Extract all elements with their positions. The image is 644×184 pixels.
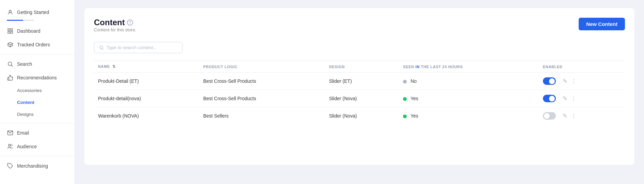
search-input[interactable] <box>107 45 177 50</box>
card-title-row: Content ? <box>94 18 136 27</box>
svg-point-6 <box>8 62 12 66</box>
table-header: NAME ⇅ PRODUCT LOGIC DESIGN SEEN IN THE … <box>94 61 625 73</box>
sidebar-item-dashboard[interactable]: Dashboard <box>0 24 75 38</box>
status-dot-gray <box>403 80 407 83</box>
row-actions: ✎ ⋮ <box>563 78 577 85</box>
row-actions: ✎ ⋮ <box>563 95 577 102</box>
sidebar-item-label: Getting Started <box>17 10 49 15</box>
sidebar-item-search[interactable]: Search <box>0 57 75 71</box>
search-icon <box>7 61 14 67</box>
circle-user-icon <box>7 9 14 16</box>
search-input-icon <box>99 45 104 50</box>
box-icon <box>7 41 14 48</box>
more-options-icon[interactable]: ⋮ <box>571 112 577 120</box>
sidebar-item-tracked-orders[interactable]: Tracked Orders <box>0 38 75 51</box>
row-enabled: ✎ ⋮ <box>539 107 625 125</box>
row-name: Warenkorb (NOVA) <box>94 107 199 125</box>
sidebar-divider-3 <box>0 156 75 156</box>
sidebar-item-recommendations[interactable]: Recommendations <box>0 71 75 85</box>
table-row: Warenkorb (NOVA) Best Sellers Slider (No… <box>94 107 625 125</box>
row-name: Produkt-detail(nova) <box>94 90 199 107</box>
sort-icon[interactable]: ⇅ <box>112 64 116 68</box>
info-icon[interactable]: ? <box>127 19 133 26</box>
svg-rect-3 <box>8 32 10 33</box>
search-bar <box>94 42 182 53</box>
sidebar-divider-2 <box>0 123 75 123</box>
row-seen: Yes <box>399 107 539 125</box>
col-seen: SEEN IN THE LAST 24 HOURS <box>399 61 539 73</box>
row-design: Slider (Nova) <box>325 107 399 125</box>
users-icon <box>7 143 14 150</box>
seen-highlight: IN <box>416 65 420 69</box>
svg-point-9 <box>9 144 11 146</box>
row-product-logic: Best Cross-Sell Products <box>199 73 325 90</box>
edit-icon[interactable]: ✎ <box>563 112 567 120</box>
row-actions: ✎ ⋮ <box>563 112 577 120</box>
row-seen: Yes <box>399 90 539 107</box>
edit-icon[interactable]: ✎ <box>563 95 567 102</box>
svg-rect-2 <box>11 29 13 30</box>
toggle-enabled-2[interactable] <box>543 112 556 120</box>
sidebar-item-audience[interactable]: Audience <box>0 140 75 153</box>
sidebar-item-label: Tracked Orders <box>17 42 50 47</box>
sidebar-item-designs[interactable]: Designs <box>0 108 75 120</box>
row-design: Slider (ET) <box>325 73 399 90</box>
toggle-enabled-1[interactable] <box>543 95 556 102</box>
more-options-icon[interactable]: ⋮ <box>571 95 577 102</box>
row-product-logic: Best Cross-Sell Products <box>199 90 325 107</box>
content-table: NAME ⇅ PRODUCT LOGIC DESIGN SEEN IN THE … <box>94 61 625 124</box>
main-content: Content ? Content for this store. New Co… <box>75 0 644 184</box>
col-design: DESIGN <box>325 61 399 73</box>
sidebar-item-label: Dashboard <box>17 28 41 34</box>
sidebar-subitem-label: Designs <box>17 112 34 117</box>
sidebar-item-label: Search <box>17 61 32 67</box>
table-body: Produkt-Detail (ET) Best Cross-Sell Prod… <box>94 73 625 125</box>
page-title: Content <box>94 18 125 27</box>
page-subtitle: Content for this store. <box>94 27 136 32</box>
sidebar-item-merchandising[interactable]: Merchandising <box>0 159 75 173</box>
sidebar-item-accessories[interactable]: Accessories <box>0 85 75 96</box>
table-row: Produkt-Detail (ET) Best Cross-Sell Prod… <box>94 73 625 90</box>
row-name: Produkt-Detail (ET) <box>94 73 199 90</box>
row-enabled: ✎ ⋮ <box>539 90 625 107</box>
mail-icon <box>7 129 14 136</box>
svg-point-0 <box>9 10 11 12</box>
status-dot-green <box>403 97 407 101</box>
sidebar-item-label: Audience <box>17 144 37 149</box>
thumbs-up-icon <box>7 74 14 81</box>
sidebar-item-label: Recommendations <box>17 75 57 80</box>
row-design: Slider (Nova) <box>325 90 399 107</box>
svg-point-10 <box>11 144 13 146</box>
content-card: Content ? Content for this store. New Co… <box>84 8 634 165</box>
svg-rect-1 <box>8 29 10 30</box>
tag-icon <box>7 163 14 169</box>
row-seen: No <box>399 73 539 90</box>
table-row: Produkt-detail(nova) Best Cross-Sell Pro… <box>94 90 625 107</box>
svg-point-12 <box>100 46 102 49</box>
card-header: Content ? Content for this store. New Co… <box>94 18 625 40</box>
sidebar-item-getting-started[interactable]: Getting Started <box>0 5 75 19</box>
sidebar-item-label: Merchandising <box>17 163 48 169</box>
sidebar-item-label: Email <box>17 130 29 136</box>
more-options-icon[interactable]: ⋮ <box>571 78 577 85</box>
edit-icon[interactable]: ✎ <box>563 78 567 85</box>
getting-started-progress <box>7 20 34 21</box>
col-enabled: ENABLED <box>539 61 625 73</box>
svg-line-7 <box>11 65 13 66</box>
sidebar-item-email[interactable]: Email <box>0 126 75 140</box>
row-product-logic: Best Sellers <box>199 107 325 125</box>
col-product-logic: PRODUCT LOGIC <box>199 61 325 73</box>
row-enabled: ✎ ⋮ <box>539 73 625 90</box>
sidebar-subitem-label: Accessories <box>17 88 42 93</box>
status-dot-green <box>403 114 407 118</box>
svg-rect-4 <box>11 32 13 33</box>
sidebar-divider-1 <box>0 54 75 55</box>
new-content-button[interactable]: New Content <box>579 18 625 30</box>
svg-line-13 <box>102 48 103 49</box>
sidebar-item-content[interactable]: Content <box>0 96 75 108</box>
toggle-enabled-0[interactable] <box>543 77 556 85</box>
grid-icon <box>7 28 14 34</box>
col-name: NAME ⇅ <box>94 61 199 73</box>
sidebar-subitem-label: Content <box>17 100 34 105</box>
title-area: Content ? Content for this store. <box>94 18 136 40</box>
